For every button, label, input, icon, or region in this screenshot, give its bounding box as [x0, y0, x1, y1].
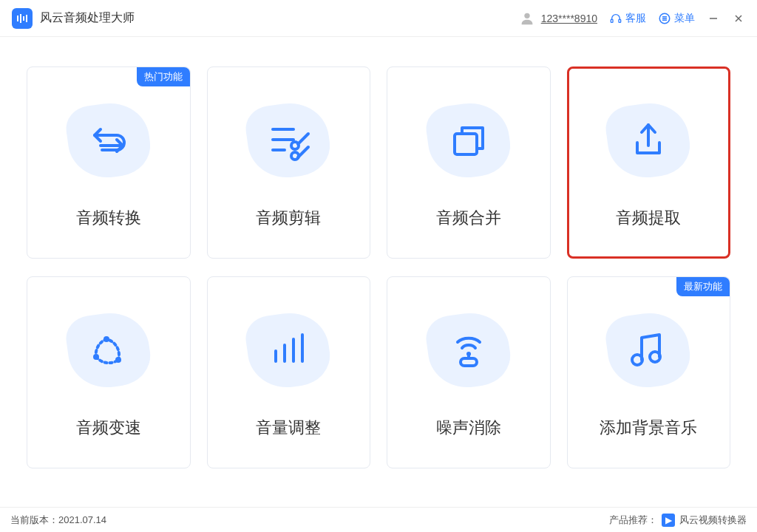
app-title: 风云音频处理大师 — [40, 10, 135, 26]
svg-rect-2 — [23, 16, 24, 21]
close-button[interactable] — [732, 12, 745, 25]
svg-rect-5 — [611, 19, 613, 22]
recommend-icon: ▶ — [662, 514, 675, 527]
card-label: 噪声消除 — [436, 417, 501, 439]
volume-icon — [262, 324, 314, 376]
card-add-bgm[interactable]: 最新功能 添加背景音乐 — [567, 276, 731, 468]
merge-icon — [443, 115, 495, 166]
menu-button[interactable]: 菜单 — [658, 12, 695, 25]
minimize-button[interactable] — [707, 12, 720, 25]
headset-icon — [609, 12, 622, 25]
svg-rect-6 — [619, 19, 621, 22]
card-audio-speed[interactable]: 音频变速 — [27, 276, 191, 468]
card-audio-extract[interactable]: 音频提取 — [567, 66, 731, 259]
svg-rect-0 — [17, 16, 18, 21]
trim-icon — [262, 115, 314, 166]
svg-line-19 — [298, 134, 308, 144]
music-icon — [622, 324, 674, 376]
card-label: 音频剪辑 — [256, 207, 321, 229]
card-audio-merge[interactable]: 音频合并 — [387, 66, 551, 259]
card-label: 音频合并 — [436, 207, 501, 229]
svg-point-4 — [524, 13, 529, 18]
version-value: 2021.07.14 — [58, 514, 106, 525]
support-button[interactable]: 客服 — [609, 12, 646, 25]
new-badge: 最新功能 — [676, 277, 730, 296]
card-volume-adjust[interactable]: 音量调整 — [207, 276, 371, 468]
card-label: 音量调整 — [256, 417, 321, 439]
svg-rect-3 — [26, 15, 27, 22]
card-audio-trim[interactable]: 音频剪辑 — [207, 66, 371, 259]
svg-line-20 — [298, 147, 308, 157]
svg-rect-1 — [20, 14, 21, 23]
recommend-label: 产品推荐： — [609, 514, 657, 527]
feature-grid: 热门功能 音频转换 音频剪辑 音频合并 音频提取 音频变速 音量调整 — [0, 37, 757, 483]
menu-icon — [658, 12, 671, 25]
user-avatar-icon[interactable] — [519, 10, 535, 27]
card-audio-convert[interactable]: 热门功能 音频转换 — [27, 66, 191, 259]
user-id-link[interactable]: 123****8910 — [541, 13, 597, 24]
extract-icon — [622, 115, 674, 166]
card-label: 音频提取 — [616, 207, 681, 229]
titlebar: 风云音频处理大师 123****8910 客服 菜单 — [0, 0, 757, 37]
footer: 当前版本： 2021.07.14 产品推荐： ▶ 风云视频转换器 — [0, 507, 757, 532]
card-label: 音频转换 — [76, 207, 141, 229]
noise-icon — [443, 324, 495, 376]
convert-icon — [83, 115, 135, 166]
menu-label: 菜单 — [674, 12, 695, 25]
card-label: 添加背景音乐 — [600, 417, 697, 439]
app-logo-icon — [12, 8, 33, 29]
speed-icon — [83, 324, 135, 376]
card-label: 音频变速 — [76, 417, 141, 439]
version-label: 当前版本： — [10, 514, 58, 527]
hot-badge: 热门功能 — [137, 67, 190, 86]
svg-rect-21 — [455, 134, 477, 154]
support-label: 客服 — [625, 12, 646, 25]
recommend-product[interactable]: 风云视频转换器 — [679, 514, 747, 527]
card-noise-remove[interactable]: 噪声消除 — [387, 276, 551, 468]
